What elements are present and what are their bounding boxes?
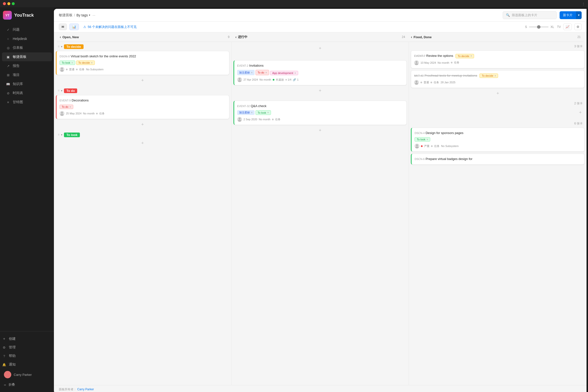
breadcrumb-home[interactable]: 敏捷面板: [59, 13, 72, 18]
tag-group-chevron-tolook[interactable]: ▾: [61, 133, 62, 136]
card-event9[interactable]: EVENT-9 Decorations To do × 25 May 2024: [56, 95, 229, 119]
sidebar-item-agile-label: 敏捷面板: [13, 55, 26, 59]
card-event32-month: No month: [259, 118, 270, 121]
tag-tolook-dscn4[interactable]: To look ×: [414, 137, 430, 142]
window-more-icon[interactable]: ⋮: [582, 2, 585, 6]
new-card-dropdown-button[interactable]: ▾: [576, 11, 582, 19]
card-event32[interactable]: EVENT-32 Q&A check 加注星标 × To look ×: [234, 101, 407, 125]
sidebar-item-time[interactable]: ⊘ 时间表: [2, 89, 52, 98]
card-dscn4[interactable]: DSCN-4 Design for sponsors pages To look…: [411, 128, 584, 152]
priority-dot: [66, 68, 68, 70]
tag-todecide-mkt43[interactable]: To decide ×: [480, 74, 498, 78]
manage-icon: ⚙: [2, 345, 6, 350]
add-card-decide-col3[interactable]: +: [411, 90, 584, 97]
col-chevron-inprogress[interactable]: ‹: [236, 35, 237, 39]
breadcrumb-current[interactable]: By tags ▾: [76, 13, 90, 17]
chevron-down-icon: ▾: [89, 14, 90, 16]
todo-count-col3: 2 张卡: [574, 102, 582, 106]
sidebar-item-projects[interactable]: ⊞ 项目: [2, 70, 52, 80]
footer-owner-link[interactable]: Carry Parker: [77, 388, 94, 391]
sidebar-item-helpdesk[interactable]: ○ Helpdesk: [2, 34, 52, 43]
tag-appdev-event2[interactable]: App development ×: [270, 71, 298, 75]
sidebar-item-create-label: 创建: [9, 337, 16, 341]
settings-icon: ⚙: [576, 25, 580, 29]
sidebar-header: YT YouTrack: [0, 7, 54, 23]
new-card-button[interactable]: 新卡片: [560, 11, 576, 19]
sidebar-item-issues[interactable]: ✓ 问题: [2, 25, 52, 34]
col-label-inprogress: 进行中: [238, 35, 248, 39]
user-profile[interactable]: Carry Parker: [0, 369, 54, 380]
col-chevron-fixed[interactable]: ‹: [411, 35, 412, 39]
tag-star-event32[interactable]: 加注星标 ×: [237, 110, 254, 115]
card-dscn4-title: Design for sponsors pages: [426, 131, 464, 135]
tag-todo-event2[interactable]: To do ×: [256, 70, 269, 75]
card-event2[interactable]: EVENT-2 Invitations 加注星标 × To do × App d…: [234, 60, 407, 85]
card-event9-meta: 25 May 2024 No month 任务: [60, 111, 226, 116]
sidebar-item-notifications[interactable]: 🔔 通知: [0, 360, 54, 369]
size-xl-label: XL: [550, 25, 554, 29]
type-dot-event32: [272, 118, 274, 120]
sidebar-item-help[interactable]: ? 帮助: [0, 352, 54, 360]
collapse-sidebar[interactable]: ‹‹ 折叠: [0, 380, 54, 389]
tag-todecide[interactable]: To decide ×: [76, 60, 95, 65]
tag-group-chevron-todo[interactable]: ▾: [61, 89, 62, 92]
sidebar-item-dashboard[interactable]: ◎ 仪表板: [2, 43, 52, 52]
add-card-tolook-col1[interactable]: +: [56, 140, 229, 147]
tag-tolook-label[interactable]: To look: [64, 132, 80, 137]
search-box[interactable]: 🔍 筛选面板上的卡片: [503, 11, 557, 19]
tag-todecide-event7[interactable]: To decide ×: [456, 54, 474, 58]
add-card-decide-col2[interactable]: +: [236, 45, 405, 52]
sidebar-item-reports[interactable]: ↗ 报告: [2, 62, 52, 70]
close-button[interactable]: [3, 2, 6, 5]
minimize-button[interactable]: [7, 2, 10, 5]
card-dsgn8[interactable]: DSGN-8 Virtual booth sketch for the onli…: [56, 51, 229, 75]
card-dsgn8-subsystem: No Subsystem: [86, 68, 104, 71]
add-card-todo-col1[interactable]: +: [56, 121, 229, 128]
type-dot: [76, 68, 78, 70]
add-card-todo-col2[interactable]: +: [234, 87, 407, 94]
card-dscn6[interactable]: DSCN-6 Prepare virtual badges design for: [411, 154, 584, 164]
toolbar-chart-button[interactable]: 📊: [69, 24, 79, 30]
sidebar-item-agile[interactable]: ▣ 敏捷面板: [2, 52, 52, 61]
drag-handle-icon[interactable]: ⠿: [58, 45, 60, 48]
card-event2-id: EVENT-2: [237, 64, 248, 67]
maximize-button[interactable]: [12, 2, 15, 5]
add-card-decide-col1[interactable]: +: [56, 77, 229, 84]
toolbar-bar-chart-button[interactable]: 📈: [563, 24, 572, 30]
svg-point-1: [5, 376, 10, 378]
tag-tolook[interactable]: To look ×: [60, 60, 75, 65]
card-mkt43[interactable]: MKT-43 Proofread texts for meetup invita…: [411, 70, 584, 88]
card-event7-type: 任务: [454, 61, 460, 64]
add-card-todo-col3[interactable]: +: [578, 109, 582, 116]
card-event32-meta: 2 Sep 2020 No month 任务: [237, 117, 404, 122]
card-event7-id: EVENT-7: [414, 54, 425, 57]
size-slider[interactable]: [529, 26, 548, 28]
card-dsgn8-type: 任务: [79, 68, 84, 71]
user-avatar: [4, 371, 11, 378]
col-chevron-open[interactable]: ‹: [60, 35, 61, 39]
tag-group-tolook-col3-count: 6 张卡: [411, 119, 584, 128]
sidebar-item-gantt[interactable]: ≡ 甘特图: [2, 98, 52, 106]
toolbar-settings-button[interactable]: ⚙: [574, 24, 582, 30]
tag-group-chevron-decide[interactable]: ▾: [61, 45, 62, 48]
card-event7[interactable]: EVENT-7 Review the options To decide × 1…: [411, 50, 584, 68]
add-card-tolook-col2[interactable]: +: [234, 127, 407, 134]
tag-todo-label[interactable]: To do: [64, 88, 77, 93]
breadcrumb-more[interactable]: ···: [92, 13, 96, 17]
size-s-label: S: [525, 25, 527, 29]
toolbar-email-button[interactable]: ✉: [59, 24, 67, 30]
drag-handle-tolook-icon[interactable]: ⠿: [58, 134, 60, 136]
svg-point-11: [415, 63, 418, 65]
sidebar-item-create[interactable]: + 创建: [0, 335, 54, 343]
tag-tolook-event32[interactable]: To look ×: [256, 110, 271, 115]
sidebar-item-manage[interactable]: ⚙ 管理: [0, 343, 54, 352]
card-dscn4-meta: 严重 任务 No Subsystem: [414, 144, 582, 148]
tag-todo-event9[interactable]: To do ×: [60, 104, 73, 109]
tag-star-event2[interactable]: 加注星标 ×: [237, 70, 254, 75]
drag-handle-todo-icon[interactable]: ⠿: [58, 90, 60, 92]
tag-decide-label[interactable]: To decide: [64, 44, 84, 49]
sidebar-item-knowledge[interactable]: 📖 知识库: [2, 80, 52, 88]
collapse-label: 折叠: [8, 382, 15, 387]
bar-chart-icon: 📈: [566, 25, 570, 29]
sidebar-item-helpdesk-label: Helpdesk: [13, 37, 27, 41]
